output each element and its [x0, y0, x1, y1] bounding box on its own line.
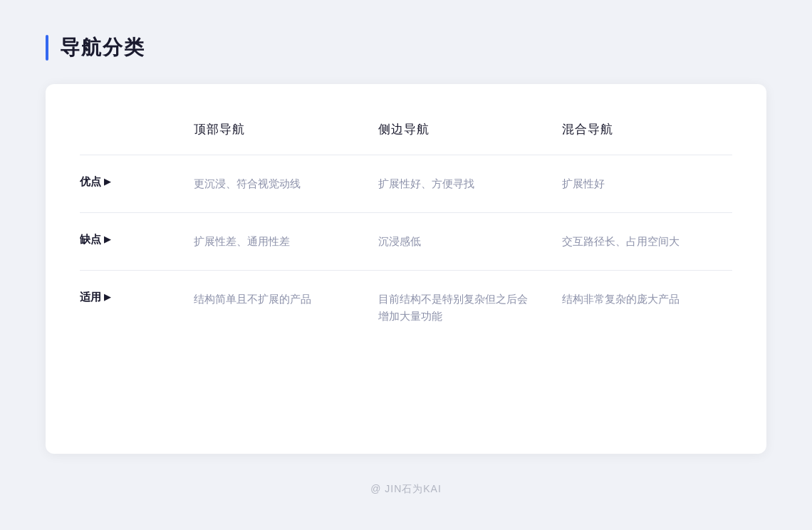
applicable-col1: 结构简单且不扩展的产品 — [179, 271, 364, 345]
row-arrow-disadvantages: ▶ — [104, 234, 110, 244]
page-title-area: 导航分类 — [46, 34, 766, 61]
header-col3: 混合导航 — [548, 113, 732, 155]
advantages-col3: 扩展性好 — [548, 155, 732, 212]
footer-text: @ JIN石为KAI — [370, 483, 442, 494]
applicable-col3: 结构非常复杂的庞大产品 — [548, 271, 732, 345]
disadvantages-col2: 沉浸感低 — [364, 213, 548, 270]
row-label-advantages: 优点 ▶ — [80, 155, 179, 212]
header-col1: 顶部导航 — [179, 113, 364, 155]
header-col2: 侧边导航 — [364, 113, 548, 155]
disadvantages-col3: 交互路径长、占用空间大 — [548, 213, 732, 270]
row-label-applicable: 适用 ▶ — [80, 271, 179, 345]
advantages-col2: 扩展性好、方便寻找 — [364, 155, 548, 212]
header-empty-cell — [80, 113, 179, 155]
comparison-card: 顶部导航 侧边导航 混合导航 优点 ▶ 更沉浸、符合视觉动线 扩展性好、方便寻找… — [46, 84, 766, 454]
row-label-text: 优点 — [80, 175, 101, 189]
row-label-text-3: 适用 — [80, 291, 101, 304]
title-bar-accent — [46, 35, 48, 61]
advantages-col1: 更沉浸、符合视觉动线 — [179, 155, 364, 212]
row-arrow-applicable: ▶ — [104, 292, 110, 302]
row-arrow-advantages: ▶ — [104, 177, 110, 187]
row-label-text-2: 缺点 — [80, 233, 101, 246]
page-title: 导航分类 — [60, 34, 145, 61]
footer-area: @ JIN石为KAI — [46, 477, 766, 496]
page-wrapper: 导航分类 顶部导航 侧边导航 混合导航 优点 ▶ 更沉浸、符合视觉动线 扩展性好… — [0, 0, 812, 530]
applicable-col2: 目前结构不是特别复杂但之后会增加大量功能 — [364, 271, 548, 345]
comparison-table: 顶部导航 侧边导航 混合导航 优点 ▶ 更沉浸、符合视觉动线 扩展性好、方便寻找… — [80, 113, 732, 345]
disadvantages-col1: 扩展性差、通用性差 — [179, 213, 364, 270]
row-label-disadvantages: 缺点 ▶ — [80, 213, 179, 270]
